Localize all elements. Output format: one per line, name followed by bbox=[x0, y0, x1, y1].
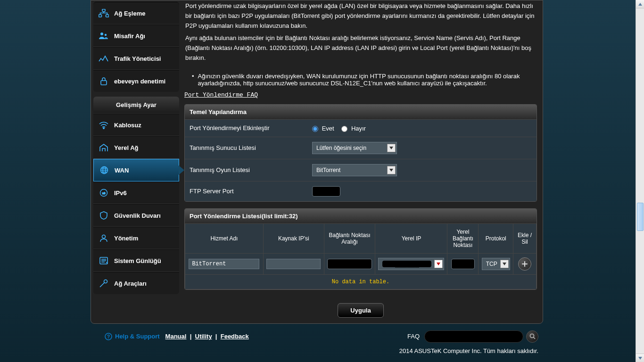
network-map-icon bbox=[98, 8, 109, 18]
sidebar-item-wireless[interactable]: Kablosuz bbox=[93, 114, 179, 136]
sidebar-label: Trafik Yöneticisi bbox=[114, 55, 161, 62]
svg-marker-15 bbox=[389, 169, 393, 172]
enable-no-radio[interactable] bbox=[341, 126, 347, 132]
enable-yes-option[interactable]: Evet bbox=[312, 125, 336, 132]
help-support-link[interactable]: ? Help & Support bbox=[105, 333, 160, 340]
enable-yes-radio[interactable] bbox=[312, 126, 318, 132]
pf-input-row: ██████ TCP bbox=[185, 253, 537, 274]
source-ip-input[interactable] bbox=[266, 259, 321, 269]
footer: ? Help & Support Manual | Utility | Feed… bbox=[105, 330, 538, 343]
port-range-input[interactable] bbox=[327, 259, 372, 269]
chevron-down-icon bbox=[434, 260, 443, 268]
scrollbar-thumb[interactable] bbox=[637, 203, 644, 231]
scroll-down-icon[interactable] bbox=[636, 354, 644, 362]
nettools-icon bbox=[98, 279, 109, 288]
admin-icon bbox=[98, 233, 109, 243]
sidebar-label: Yerel Ağ bbox=[114, 144, 139, 151]
sidebar-label: Güvenlik Duvarı bbox=[114, 212, 161, 219]
sidebar-item-parental-controls[interactable]: ebeveyn denetimi bbox=[93, 70, 179, 92]
sidebar-item-lan[interactable]: Yerel Ağ bbox=[93, 136, 179, 159]
svg-marker-14 bbox=[389, 147, 393, 149]
add-row-button[interactable] bbox=[518, 257, 531, 271]
pf-list-title: Port Yönlendirme Listesi(list limit:32) bbox=[185, 209, 537, 223]
sidebar-label: Misafir Ağı bbox=[114, 33, 145, 40]
utility-link[interactable]: Utility bbox=[195, 333, 212, 340]
sidebar-label: ebeveyn denetimi bbox=[114, 78, 165, 85]
svg-point-13 bbox=[104, 280, 107, 283]
svg-rect-0 bbox=[102, 9, 105, 12]
service-input[interactable] bbox=[189, 259, 259, 269]
sidebar-label: Ağ Araçları bbox=[114, 280, 147, 287]
sidebar: Ağ Eşleme Misafir Ağı Trafik Yöneticisi … bbox=[91, 0, 182, 319]
feedback-link[interactable]: Feedback bbox=[221, 333, 249, 340]
serverlist-select[interactable]: Lütfen öğesini seçin bbox=[312, 142, 397, 154]
sidebar-item-guest-network[interactable]: Misafir Ağı bbox=[93, 25, 179, 47]
svg-point-20 bbox=[530, 334, 534, 338]
svg-rect-2 bbox=[106, 15, 109, 17]
content-area: Port yönlendirme uzak bilgisayarların öz… bbox=[182, 0, 543, 319]
apply-row: Uygula bbox=[184, 296, 537, 319]
svg-marker-22 bbox=[638, 357, 642, 360]
svg-rect-1 bbox=[99, 15, 102, 17]
ftp-port-input[interactable] bbox=[312, 186, 340, 197]
col-protocol: Protokol bbox=[479, 223, 513, 253]
chevron-down-icon bbox=[387, 166, 396, 174]
sidebar-item-wan[interactable]: WAN bbox=[93, 159, 179, 181]
sidebar-item-nettools[interactable]: Ağ Araçları bbox=[93, 272, 179, 294]
local-port-input[interactable] bbox=[451, 259, 475, 269]
sidebar-label: Sistem Günlüğü bbox=[114, 257, 161, 264]
sidebar-item-admin[interactable]: Yönetim bbox=[93, 227, 179, 249]
svg-text:?: ? bbox=[107, 334, 110, 339]
firewall-icon bbox=[98, 211, 109, 220]
col-service: Hizmet Adı bbox=[185, 223, 264, 253]
copyright-text: 2014 ASUSTeK Computer Inc. Tüm hakları s… bbox=[105, 346, 538, 359]
search-input[interactable] bbox=[424, 330, 523, 343]
col-local-port: Yerel Bağlantı Noktası bbox=[447, 223, 479, 253]
col-source-ip: Kaynak IP'si bbox=[263, 223, 324, 253]
svg-rect-5 bbox=[101, 81, 107, 85]
sidebar-label: Yönetim bbox=[114, 235, 138, 242]
scroll-up-icon[interactable] bbox=[636, 0, 644, 8]
enable-no-option[interactable]: Hayır bbox=[341, 125, 366, 132]
svg-marker-21 bbox=[638, 3, 642, 6]
guest-network-icon bbox=[98, 31, 109, 41]
enable-label: Port Yönlendirmeyi Etkinleştir bbox=[185, 119, 307, 137]
sidebar-item-ipv6[interactable]: v6 IPv6 bbox=[93, 181, 179, 204]
sidebar-item-network-map[interactable]: Ağ Eşleme bbox=[93, 2, 179, 25]
browser-scrollbar[interactable] bbox=[636, 0, 644, 362]
gamelist-select[interactable]: BitTorrent bbox=[312, 164, 397, 176]
sidebar-item-traffic-manager[interactable]: Trafik Yöneticisi bbox=[93, 47, 179, 70]
sidebar-label: Ağ Eşleme bbox=[114, 10, 145, 17]
col-add-del: Ekle / Sil bbox=[513, 223, 537, 253]
search-button[interactable] bbox=[526, 330, 538, 343]
footer-faq-link[interactable]: FAQ bbox=[407, 333, 420, 340]
sidebar-section-title: Gelişmiş Ayar bbox=[93, 97, 179, 114]
svg-point-6 bbox=[103, 128, 104, 129]
svg-text:v6: v6 bbox=[102, 192, 106, 195]
footer-links: Manual | Utility | Feedback bbox=[165, 333, 249, 340]
svg-point-4 bbox=[105, 34, 107, 36]
sidebar-item-firewall[interactable]: Güvenlik Duvarı bbox=[93, 204, 179, 227]
svg-marker-17 bbox=[503, 263, 506, 265]
parental-controls-icon bbox=[98, 76, 109, 86]
col-port-range: Bağlantı Noktası Aralığı bbox=[324, 223, 375, 253]
col-local-ip: Yerel IP bbox=[375, 223, 447, 253]
sidebar-item-syslog[interactable]: Sistem Günlüğü bbox=[93, 249, 179, 272]
apply-button[interactable]: Uygula bbox=[338, 303, 383, 318]
sidebar-label: WAN bbox=[115, 167, 129, 174]
ftp-label: FTP Server Port bbox=[185, 181, 307, 201]
manual-link[interactable]: Manual bbox=[165, 333, 187, 340]
intro-text: Port yönlendirme uzak bilgisayarların öz… bbox=[184, 0, 537, 71]
svg-point-3 bbox=[100, 33, 103, 35]
protocol-select[interactable]: TCP bbox=[482, 258, 510, 270]
intro-p2: Aynı ağda bulunan istemciler için bir Ba… bbox=[185, 33, 536, 63]
syslog-icon bbox=[98, 256, 109, 265]
traffic-manager-icon bbox=[98, 54, 109, 63]
basic-config-panel: Temel Yapılandırma Port Yönlendirmeyi Et… bbox=[184, 104, 537, 202]
gamelist-label: Tanınmış Oyun Listesi bbox=[185, 159, 307, 181]
port-forwarding-faq-link[interactable]: Port Yönlendirme FAQ bbox=[184, 91, 258, 99]
local-ip-select[interactable]: ██████ bbox=[378, 258, 444, 270]
svg-point-11 bbox=[102, 235, 106, 239]
wan-icon bbox=[99, 165, 110, 175]
pf-list-panel: Port Yönlendirme Listesi(list limit:32) … bbox=[184, 208, 537, 290]
